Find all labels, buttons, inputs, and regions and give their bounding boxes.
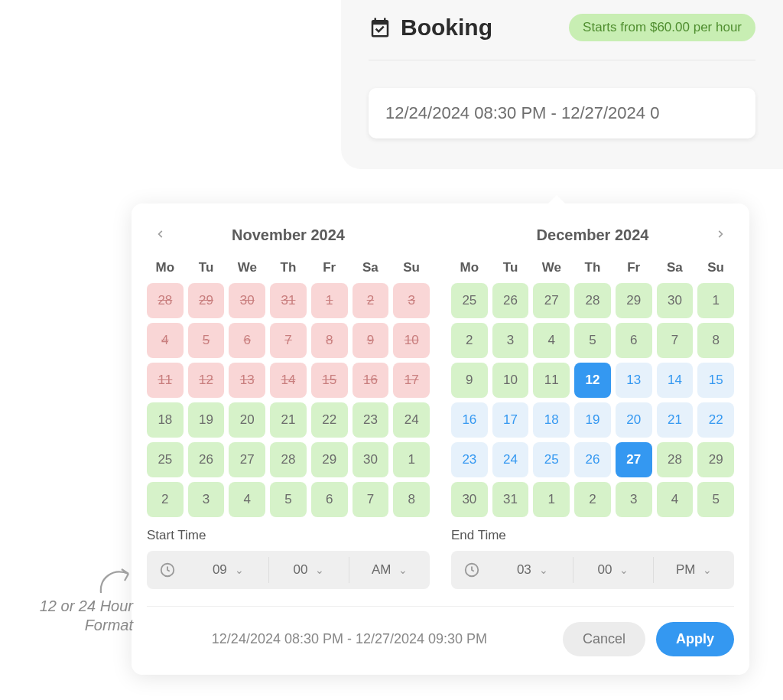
calendar-day[interactable]: 13 xyxy=(616,363,652,398)
calendar-day[interactable]: 24 xyxy=(492,442,529,477)
calendar-day: 13 xyxy=(229,363,265,398)
calendar-day[interactable]: 27 xyxy=(533,283,570,318)
calendar-day[interactable]: 26 xyxy=(574,442,611,477)
calendar-day: 7 xyxy=(270,323,307,358)
calendar-day[interactable]: 4 xyxy=(657,482,694,517)
weekday-header: Mo xyxy=(147,260,184,275)
calendar-day[interactable]: 11 xyxy=(533,363,570,398)
start-hour-select[interactable]: 09⌄ xyxy=(188,557,268,583)
calendar-day[interactable]: 15 xyxy=(697,363,734,398)
calendar-day[interactable]: 25 xyxy=(451,283,488,318)
calendar-day[interactable]: 28 xyxy=(657,442,694,477)
calendar-day[interactable]: 27 xyxy=(229,442,265,477)
calendar-day[interactable]: 8 xyxy=(393,482,430,517)
calendar-day[interactable]: 1 xyxy=(533,482,570,517)
clock-icon xyxy=(451,562,492,578)
chevron-down-icon: ⌄ xyxy=(235,564,244,576)
calendar-day: 31 xyxy=(270,283,307,318)
calendar-day[interactable]: 26 xyxy=(188,442,225,477)
clock-icon xyxy=(147,562,188,578)
calendar-day: 4 xyxy=(147,323,184,358)
calendar-day[interactable]: 23 xyxy=(353,402,389,438)
calendar-day[interactable]: 20 xyxy=(616,402,652,438)
format-annotation: 12 or 24 Hour Format xyxy=(14,597,133,635)
weekday-header: Th xyxy=(574,260,611,275)
calendar-day[interactable]: 22 xyxy=(311,402,348,438)
calendar-day[interactable]: 4 xyxy=(229,482,265,517)
calendar-day[interactable]: 23 xyxy=(451,442,488,477)
calendar-day[interactable]: 26 xyxy=(492,283,529,318)
calendar-day[interactable]: 30 xyxy=(353,442,389,477)
calendar-day[interactable]: 22 xyxy=(697,402,734,438)
calendar-day: 29 xyxy=(188,283,225,318)
calendar-day[interactable]: 2 xyxy=(451,323,488,358)
calendar-day: 14 xyxy=(270,363,307,398)
calendar-day[interactable]: 5 xyxy=(574,323,611,358)
calendar-month: November 2024MoTuWeThFrSaSu2829303112345… xyxy=(147,223,430,522)
start-minute-select[interactable]: 00⌄ xyxy=(268,557,349,583)
calendar-day[interactable]: 5 xyxy=(697,482,734,517)
end-period-select[interactable]: PM⌄ xyxy=(653,557,734,583)
calendar-day[interactable]: 24 xyxy=(393,402,430,438)
calendar-day[interactable]: 25 xyxy=(533,442,570,477)
calendar-day[interactable]: 10 xyxy=(492,363,529,398)
calendar-day[interactable]: 30 xyxy=(657,283,694,318)
calendar-day[interactable]: 25 xyxy=(147,442,184,477)
calendar-day[interactable]: 16 xyxy=(451,402,488,438)
calendar-day[interactable]: 2 xyxy=(574,482,611,517)
calendar-day[interactable]: 1 xyxy=(697,283,734,318)
calendar-day[interactable]: 4 xyxy=(533,323,570,358)
calendar-day[interactable]: 3 xyxy=(492,323,529,358)
cancel-button[interactable]: Cancel xyxy=(563,622,645,656)
calendar-day[interactable]: 9 xyxy=(451,363,488,398)
calendar-day[interactable]: 29 xyxy=(616,283,652,318)
calendar-day[interactable]: 19 xyxy=(188,402,225,438)
calendar-day[interactable]: 21 xyxy=(657,402,694,438)
calendar-day[interactable]: 29 xyxy=(697,442,734,477)
start-time-picker: 09⌄ 00⌄ AM⌄ xyxy=(147,551,430,589)
prev-month-button[interactable] xyxy=(151,225,170,243)
end-minute-select[interactable]: 00⌄ xyxy=(573,557,654,583)
calendar-day[interactable]: 3 xyxy=(188,482,225,517)
calendar-day[interactable]: 6 xyxy=(311,482,348,517)
calendar-day[interactable]: 27 xyxy=(616,442,652,477)
calendar-day[interactable]: 12 xyxy=(574,363,611,398)
calendar-day[interactable]: 8 xyxy=(697,323,734,358)
calendar-day[interactable]: 31 xyxy=(492,482,529,517)
calendar-day[interactable]: 6 xyxy=(616,323,652,358)
chevron-down-icon: ⌄ xyxy=(539,564,548,576)
weekday-header: Th xyxy=(270,260,307,275)
calendar-day: 16 xyxy=(353,363,389,398)
calendar-day[interactable]: 3 xyxy=(616,482,652,517)
date-range-input[interactable]: 12/24/2024 08:30 PM - 12/27/2024 0 xyxy=(369,88,755,138)
calendar-month: December 2024MoTuWeThFrSaSu2526272829301… xyxy=(451,223,734,522)
start-period-select[interactable]: AM⌄ xyxy=(349,557,430,583)
calendar-check-icon xyxy=(369,16,392,39)
calendar-day[interactable]: 19 xyxy=(574,402,611,438)
calendar-day[interactable]: 21 xyxy=(270,402,307,438)
calendar-day[interactable]: 18 xyxy=(533,402,570,438)
calendar-day[interactable]: 14 xyxy=(657,363,694,398)
calendar-day[interactable]: 29 xyxy=(311,442,348,477)
calendar-day: 5 xyxy=(188,323,225,358)
calendar-day[interactable]: 2 xyxy=(147,482,184,517)
calendar-day[interactable]: 7 xyxy=(353,482,389,517)
start-time-section: Start Time 09⌄ 00⌄ AM⌄ xyxy=(147,528,430,589)
apply-button[interactable]: Apply xyxy=(656,622,734,656)
weekday-header: Tu xyxy=(188,260,225,275)
calendar-day[interactable]: 1 xyxy=(393,442,430,477)
weekday-header: Sa xyxy=(657,260,694,275)
calendar-day: 10 xyxy=(393,323,430,358)
end-hour-select[interactable]: 03⌄ xyxy=(492,557,573,583)
booking-title: Booking xyxy=(401,15,492,41)
calendar-day[interactable]: 28 xyxy=(574,283,611,318)
calendar-day[interactable]: 28 xyxy=(270,442,307,477)
calendar-day[interactable]: 17 xyxy=(492,402,529,438)
weekday-header: Su xyxy=(393,260,430,275)
calendar-day[interactable]: 5 xyxy=(270,482,307,517)
calendar-day[interactable]: 18 xyxy=(147,402,184,438)
calendar-day[interactable]: 7 xyxy=(657,323,694,358)
calendar-day[interactable]: 20 xyxy=(229,402,265,438)
calendar-day[interactable]: 30 xyxy=(451,482,488,517)
next-month-button[interactable] xyxy=(711,225,729,243)
